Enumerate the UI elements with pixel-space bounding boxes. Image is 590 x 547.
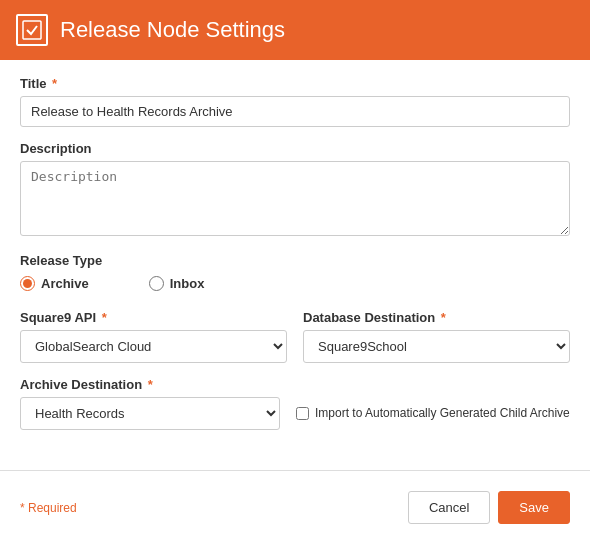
square9-api-select[interactable]: GlobalSearch Cloud <box>20 330 287 363</box>
cancel-button[interactable]: Cancel <box>408 491 490 524</box>
import-option-group: Import to Automatically Generated Child … <box>296 377 570 422</box>
import-checkbox[interactable] <box>296 407 309 420</box>
title-label: Title * <box>20 76 570 91</box>
square9-api-label: Square9 API * <box>20 310 287 325</box>
description-label: Description <box>20 141 570 156</box>
database-dest-select[interactable]: Square9School <box>303 330 570 363</box>
radio-archive-input[interactable] <box>20 276 35 291</box>
release-type-group: Release Type Archive Inbox <box>20 253 570 296</box>
release-type-label: Release Type <box>20 253 570 268</box>
description-textarea[interactable] <box>20 161 570 236</box>
archive-required-star: * <box>144 377 153 392</box>
radio-inbox-label: Inbox <box>170 276 205 291</box>
archive-row: Archive Destination * Health Records Imp… <box>20 377 570 430</box>
description-group: Description <box>20 141 570 239</box>
radio-group: Archive Inbox <box>20 276 570 296</box>
title-group: Title * <box>20 76 570 127</box>
title-input[interactable] <box>20 96 570 127</box>
svg-rect-0 <box>23 21 41 39</box>
footer-divider <box>0 470 590 471</box>
dialog-content: Title * Description Release Type Archive… <box>0 60 590 460</box>
dialog-footer: * Required Cancel Save <box>0 481 590 534</box>
release-node-icon <box>16 14 48 46</box>
radio-inbox-input[interactable] <box>149 276 164 291</box>
api-db-row: Square9 API * GlobalSearch Cloud Databas… <box>20 310 570 363</box>
dialog-header: Release Node Settings <box>0 0 590 60</box>
radio-inbox-option[interactable]: Inbox <box>149 276 205 291</box>
archive-dest-label: Archive Destination * <box>20 377 280 392</box>
archive-dest-select[interactable]: Health Records <box>20 397 280 430</box>
db-required-star: * <box>437 310 446 325</box>
title-required-star: * <box>49 76 58 91</box>
database-dest-label: Database Destination * <box>303 310 570 325</box>
dialog-title: Release Node Settings <box>60 17 285 43</box>
required-note: * Required <box>20 501 77 515</box>
footer-buttons: Cancel Save <box>408 491 570 524</box>
import-checkbox-label: Import to Automatically Generated Child … <box>315 405 570 422</box>
archive-dest-group: Archive Destination * Health Records <box>20 377 280 430</box>
save-button[interactable]: Save <box>498 491 570 524</box>
radio-archive-label: Archive <box>41 276 89 291</box>
square9-api-group: Square9 API * GlobalSearch Cloud <box>20 310 287 363</box>
radio-archive-option[interactable]: Archive <box>20 276 89 291</box>
api-required-star: * <box>98 310 107 325</box>
database-dest-group: Database Destination * Square9School <box>303 310 570 363</box>
